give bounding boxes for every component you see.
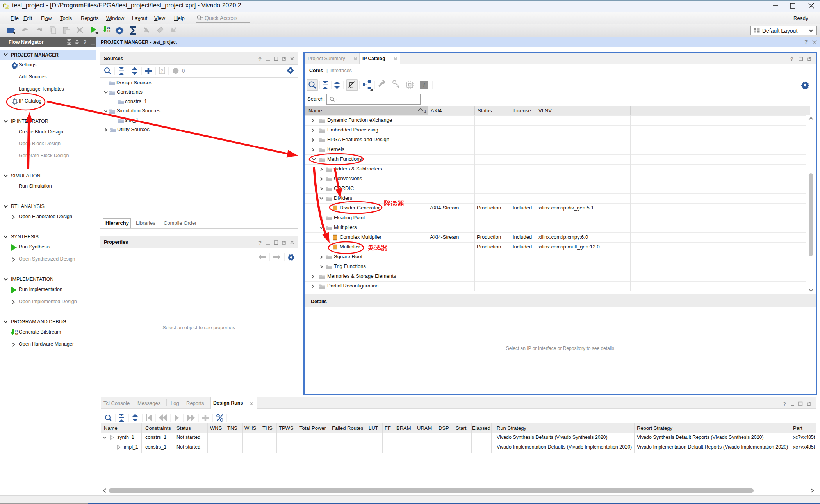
svg-text:i: i (423, 82, 425, 88)
svg-text:?: ? (790, 56, 793, 62)
svg-text:?: ? (258, 56, 262, 62)
svg-text:1: 1 (424, 109, 426, 114)
svg-text:0: 0 (182, 68, 185, 74)
svg-text:?: ? (783, 401, 786, 406)
svg-text:10: 10 (15, 333, 18, 335)
svg-text:01: 01 (15, 330, 18, 332)
svg-text:?: ? (258, 240, 262, 246)
svg-text:?: ? (161, 69, 163, 73)
